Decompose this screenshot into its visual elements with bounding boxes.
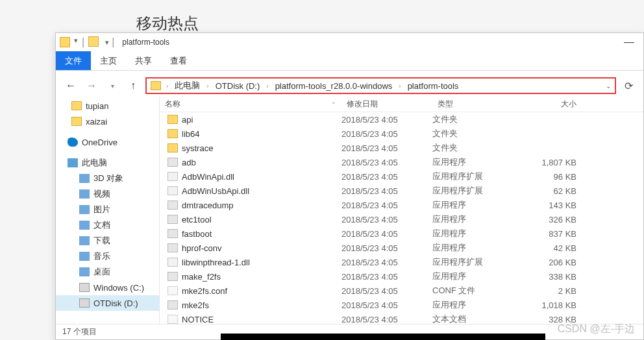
exe-icon	[167, 200, 178, 210]
tab-file[interactable]: 文件	[56, 51, 91, 70]
tab-share[interactable]: 共享	[126, 51, 161, 70]
file-name: adb	[182, 158, 196, 167]
sidebar-item-xaizai[interactable]: xaizai	[56, 114, 159, 129]
file-name: AdbWinApi.dll	[182, 172, 234, 182]
file-list-pane: 名称⌃ 修改日期 类型 大小 api2018/5/23 4:05文件夹lib64…	[160, 97, 643, 324]
file-row[interactable]: AdbWinApi.dll2018/5/23 4:05应用程序扩展96 KB	[160, 169, 643, 184]
sidebar-item-desktop[interactable]: 桌面	[56, 264, 159, 280]
file-type: 应用程序	[432, 199, 517, 211]
col-size[interactable]: 大小	[517, 99, 582, 110]
file-name: AdbWinUsbApi.dll	[182, 186, 249, 196]
background-heading: 移动热点	[136, 13, 199, 34]
file-type: 应用程序扩展	[432, 256, 517, 268]
col-modified[interactable]: 修改日期	[341, 99, 432, 110]
col-type[interactable]: 类型	[432, 99, 517, 110]
file-row[interactable]: etc1tool2018/5/23 4:05应用程序326 KB	[160, 212, 643, 226]
chevron-right-icon[interactable]: ›	[265, 82, 269, 90]
sidebar: tupian xaizai OneDrive 此电脑 3D 对象 视频 图片 文…	[56, 97, 160, 324]
file-date: 2018/5/23 4:05	[341, 229, 432, 239]
file-row[interactable]: lib642018/5/23 4:05文件夹	[160, 127, 643, 141]
qat-icon[interactable]: ▾	[74, 36, 78, 48]
tab-home[interactable]: 主页	[91, 51, 126, 70]
watermark: CSDN @左-手边	[558, 322, 635, 336]
chevron-right-icon[interactable]: ›	[205, 82, 210, 90]
sidebar-item-otdisk[interactable]: OTDisk (D:)	[56, 295, 159, 311]
file-name: dmtracedump	[182, 200, 233, 210]
sidebar-item-pictures[interactable]: 图片	[56, 202, 159, 217]
file-row[interactable]: libwinpthread-1.dll2018/5/23 4:05应用程序扩展2…	[160, 255, 643, 269]
file-row[interactable]: AdbWinUsbApi.dll2018/5/23 4:05应用程序扩展62 K…	[160, 184, 643, 198]
titlebar: ▾ | ▾ | platform-tools —	[56, 33, 643, 51]
file-type: 应用程序	[432, 156, 517, 168]
sidebar-item-music[interactable]: 音乐	[56, 249, 159, 264]
file-row[interactable]: mke2fs2018/5/23 4:05应用程序1,018 KB	[160, 298, 643, 312]
file-date: 2018/5/23 4:05	[341, 286, 432, 296]
sidebar-label: 3D 对象	[93, 173, 123, 184]
up-button[interactable]: ↑	[125, 77, 142, 94]
video-icon	[79, 189, 90, 199]
sidebar-label: tupian	[86, 101, 108, 111]
file-type: 文件夹	[432, 142, 517, 154]
file-row[interactable]: adb2018/5/23 4:05应用程序1,807 KB	[160, 155, 643, 169]
cmd-crop	[221, 334, 545, 340]
file-date: 2018/5/23 4:05	[341, 243, 432, 253]
separator: |	[112, 36, 114, 48]
file-size: 326 KB	[517, 215, 582, 225]
sidebar-item-video[interactable]: 视频	[56, 186, 159, 202]
title-overflow[interactable]: ▾	[105, 38, 109, 47]
sidebar-label: xaizai	[86, 117, 107, 127]
file-row[interactable]: hprof-conv2018/5/23 4:05应用程序42 KB	[160, 241, 643, 255]
file-row[interactable]: dmtracedump2018/5/23 4:05应用程序143 KB	[160, 198, 643, 212]
file-row[interactable]: make_f2fs2018/5/23 4:05应用程序338 KB	[160, 269, 643, 284]
exe-icon	[167, 272, 178, 281]
file-type: 应用程序	[432, 213, 517, 225]
chevron-right-icon[interactable]: ›	[397, 82, 402, 90]
minimize-button[interactable]: —	[619, 36, 639, 48]
crumb-folder[interactable]: platform-tools_r28.0.0-windows	[271, 81, 397, 91]
explorer-window: ▾ | ▾ | platform-tools — 文件 主页 共享 查看 ← →…	[55, 32, 644, 340]
sidebar-item-documents[interactable]: 文档	[56, 217, 159, 233]
sidebar-label: 音乐	[93, 250, 110, 262]
sidebar-item-tupian[interactable]: tupian	[56, 98, 159, 114]
file-size: 62 KB	[517, 186, 582, 196]
onedrive-icon	[68, 138, 78, 147]
file-name: lib64	[182, 129, 199, 139]
file-row[interactable]: api2018/5/23 4:05文件夹	[160, 112, 643, 127]
file-name: mke2fs	[182, 300, 209, 310]
file-size: 1,018 KB	[517, 300, 582, 310]
exe-icon	[167, 158, 178, 167]
file-row[interactable]: mke2fs.conf2018/5/23 4:05CONF 文件2 KB	[160, 284, 643, 298]
ribbon-tabs: 文件 主页 共享 查看	[56, 51, 643, 71]
separator: |	[82, 36, 84, 48]
crumb-drive[interactable]: OTDisk (D:)	[212, 81, 264, 91]
file-type: 文件夹	[432, 114, 517, 125]
window-title: platform-tools	[122, 38, 169, 47]
col-name[interactable]: 名称⌃	[160, 99, 341, 110]
file-row[interactable]: fastboot2018/5/23 4:05应用程序837 KB	[160, 226, 643, 241]
file-date: 2018/5/23 4:05	[341, 186, 432, 196]
sidebar-label: 图片	[93, 204, 110, 215]
file-name: NOTICE	[182, 315, 214, 324]
crumb-folder[interactable]: platform-tools	[404, 81, 463, 91]
sidebar-label: 此电脑	[82, 157, 107, 169]
file-name: api	[182, 115, 193, 125]
sidebar-item-windows-c[interactable]: Windows (C:)	[56, 280, 159, 295]
back-button[interactable]: ←	[62, 77, 79, 94]
recent-dropdown[interactable]: ▾	[104, 77, 121, 94]
refresh-button[interactable]: ⟳	[620, 77, 637, 94]
breadcrumb[interactable]: › 此电脑 › OTDisk (D:) › platform-tools_r28…	[145, 77, 616, 94]
exe-icon	[167, 215, 178, 224]
tab-view[interactable]: 查看	[161, 51, 196, 70]
sidebar-item-3d[interactable]: 3D 对象	[56, 171, 159, 186]
sidebar-item-this-pc[interactable]: 此电脑	[56, 155, 159, 171]
sidebar-item-downloads[interactable]: 下载	[56, 233, 159, 249]
file-row[interactable]: systrace2018/5/23 4:05文件夹	[160, 141, 643, 155]
sidebar-label: OneDrive	[82, 138, 118, 147]
forward-button[interactable]: →	[83, 77, 100, 94]
file-date: 2018/5/23 4:05	[341, 172, 432, 182]
chevron-down-icon[interactable]: ⌄	[606, 82, 611, 90]
chevron-right-icon[interactable]: ›	[165, 82, 169, 90]
crumb-this-pc[interactable]: 此电脑	[171, 80, 204, 91]
sidebar-item-onedrive[interactable]: OneDrive	[56, 134, 159, 150]
folder-icon[interactable]	[88, 36, 99, 47]
